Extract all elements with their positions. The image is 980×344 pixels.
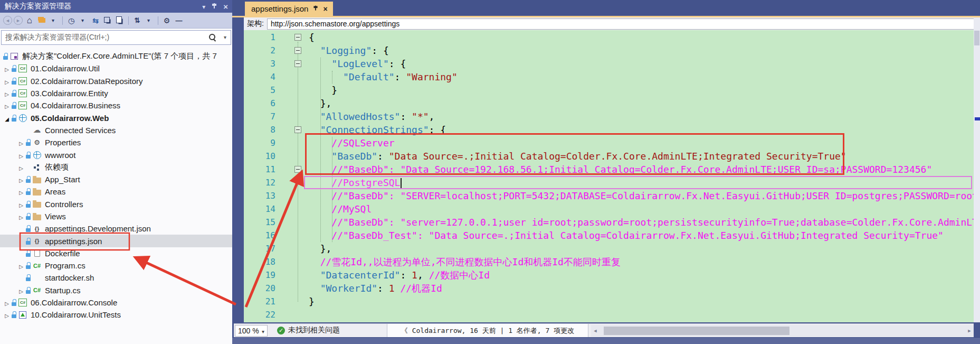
expander-icon[interactable] <box>3 114 11 123</box>
code-line-21[interactable]: 21} <box>244 295 974 308</box>
tree-item[interactable]: C#06.Coldairarrow.Console <box>0 296 232 309</box>
expander-icon[interactable] <box>17 151 25 160</box>
code-line-6[interactable]: 6 }, <box>244 97 974 110</box>
scroll-left-icon[interactable] <box>591 325 600 337</box>
code-line-14[interactable]: 14 //MySQl <box>244 202 974 216</box>
tree-item[interactable]: Dockerfile <box>0 247 232 259</box>
expander-icon[interactable] <box>17 175 25 184</box>
back-icon[interactable] <box>3 16 12 25</box>
refresh-icon[interactable] <box>90 15 101 26</box>
tree-item[interactable]: C#04.Coldairarrow.Business <box>0 99 232 111</box>
code-line-10[interactable]: 10 "BaseDb": "Data Source=.;Initial Cata… <box>244 150 974 163</box>
code-line-1[interactable]: 1{ <box>244 31 974 44</box>
vertical-scrollbar[interactable] <box>974 17 980 322</box>
tree-item[interactable]: 05.Coldairarrow.Web <box>0 111 232 124</box>
code-line-18[interactable]: 18 //雪花Id,,以进程为单位,不同进程数据中心Id和机器Id不能同时重复 <box>244 255 974 268</box>
code-line-5[interactable]: 5 } <box>244 83 974 97</box>
tree-item[interactable]: {}appsettings.Development.json <box>0 222 232 235</box>
expander-icon[interactable] <box>17 187 25 196</box>
expander-icon[interactable] <box>3 77 11 86</box>
tab-close-icon[interactable] <box>323 4 327 13</box>
solution-explorer-titlebar[interactable]: 解决方案资源管理器 <box>0 0 232 13</box>
code-line-8[interactable]: 8 "ConnectionStrings": { <box>244 123 974 136</box>
search-icon[interactable] <box>209 34 217 42</box>
fold-collapse-icon[interactable] <box>294 166 301 173</box>
code-line-13[interactable]: 13 //"BaseDb": "SERVER=localhost;PORT=54… <box>244 189 974 202</box>
expander-icon[interactable] <box>3 64 11 73</box>
sync-with-active-document-icon[interactable] <box>132 15 142 26</box>
code-line-3[interactable]: 3 "LogLevel": { <box>244 57 974 70</box>
tree-item[interactable]: 解决方案"Colder.Fx.Core.AdminLTE"(第 7 个项目，共 … <box>0 50 232 62</box>
history-icon[interactable] <box>66 15 77 26</box>
chevron-down-icon[interactable] <box>202 2 205 11</box>
tree-item[interactable]: App_Start <box>0 173 232 185</box>
expander-icon[interactable] <box>17 286 25 295</box>
horizontal-scrollbar[interactable] <box>591 325 974 337</box>
tree-item[interactable]: Controllers <box>0 198 232 210</box>
forward-icon[interactable] <box>14 16 23 25</box>
fold-collapse-icon[interactable] <box>294 34 301 41</box>
code-line-7[interactable]: 7 "AllowedHosts": "*", <box>244 110 974 123</box>
search-chevron-down-icon[interactable] <box>224 34 226 40</box>
tree-item[interactable]: startdocker.sh <box>0 272 232 284</box>
wrench-icon[interactable] <box>161 15 172 26</box>
expander-icon[interactable] <box>17 200 25 209</box>
properties-icon[interactable] <box>115 15 125 26</box>
chevron-icon[interactable] <box>144 15 155 26</box>
tab-pin-icon[interactable] <box>313 6 318 12</box>
open-folder-icon[interactable] <box>36 15 47 26</box>
tree-item[interactable]: C#Startup.cs <box>0 284 232 296</box>
tab-appsettings-json[interactable]: appsettings.json <box>245 2 333 16</box>
expander-icon[interactable] <box>17 163 25 172</box>
chevron-icon[interactable] <box>78 15 89 26</box>
code-line-19[interactable]: 19 "DatacenterId": 1, //数据中心Id <box>244 268 974 282</box>
fold-collapse-icon[interactable] <box>294 47 301 54</box>
code-line-12[interactable]: 12 //PostgreSQL <box>244 176 974 189</box>
code-line-20[interactable]: 20 "WorkerId": 1 //机器Id <box>244 282 974 295</box>
expander-icon[interactable] <box>3 89 11 98</box>
search-input[interactable]: 搜索解决方案资源管理器(Ctrl+;) <box>1 30 231 45</box>
chevron-icon[interactable] <box>49 15 59 26</box>
expander-icon[interactable] <box>17 138 25 147</box>
expander-icon[interactable] <box>3 310 11 319</box>
codelens-info[interactable]: 《 Coldairarrow, 16 天前 | 1 名作者, 7 项更改 <box>387 324 588 337</box>
code-line-2[interactable]: 2 "Logging": { <box>244 44 974 57</box>
tree-item[interactable]: Areas <box>0 185 232 198</box>
code-line-22[interactable]: 22 <box>244 308 974 321</box>
tree-item[interactable]: Connected Services <box>0 124 232 136</box>
fold-collapse-icon[interactable] <box>294 126 301 133</box>
tree-item[interactable]: 10.Coldairarrow.UnitTests <box>0 309 232 321</box>
zoom-select[interactable]: 100 % <box>235 325 268 337</box>
panel-splitter[interactable] <box>232 0 244 344</box>
tree-item[interactable]: 依赖项 <box>0 161 232 173</box>
fold-collapse-icon[interactable] <box>294 60 301 67</box>
tree-item[interactable]: Properties <box>0 136 232 148</box>
code-line-16[interactable]: 16 //"BaseDb_Test": "Data Source=.;Initi… <box>244 229 974 242</box>
horizontal-scrollbar-thumb[interactable] <box>604 327 789 335</box>
schema-combobox[interactable]: http://json.schemastore.org/appsettings <box>267 18 979 30</box>
scroll-right-icon[interactable] <box>965 325 974 337</box>
code-line-15[interactable]: 15 //"BaseDb": "server=127.0.0.1;user id… <box>244 216 974 229</box>
expander-icon[interactable] <box>3 101 11 110</box>
tree-item[interactable]: C#02.Coldairarrow.DataRepository <box>0 75 232 87</box>
tree-item[interactable]: C#03.Coldairarrow.Entity <box>0 87 232 99</box>
pin-icon[interactable] <box>212 3 217 10</box>
dash-icon[interactable] <box>174 15 184 26</box>
tree-item[interactable]: C#01.Coldairarrow.Util <box>0 62 232 75</box>
home-icon[interactable] <box>24 15 35 26</box>
close-icon[interactable] <box>223 2 228 11</box>
expander-icon[interactable] <box>17 261 25 270</box>
expander-icon[interactable] <box>3 298 11 307</box>
tree-item[interactable]: Views <box>0 210 232 222</box>
vertical-scrollbar-thumb[interactable] <box>974 31 979 45</box>
code-editor[interactable]: 1{2 "Logging": {3 "LogLevel": {4 "Defaul… <box>244 30 974 322</box>
collapse-all-icon[interactable] <box>102 15 113 26</box>
tree-item[interactable]: wwwroot <box>0 148 232 161</box>
tree-item[interactable]: C#Program.cs <box>0 259 232 272</box>
code-line-4[interactable]: 4 "Default": "Warning" <box>244 70 974 83</box>
code-line-11[interactable]: 11 //"BaseDb": "Data Source=192.168.56.1… <box>244 163 974 176</box>
code-line-9[interactable]: 9 //SQLServer <box>244 136 974 150</box>
tree-item[interactable]: {}appsettings.json <box>0 235 232 247</box>
expander-icon[interactable] <box>17 212 25 221</box>
code-line-17[interactable]: 17 }, <box>244 242 974 255</box>
